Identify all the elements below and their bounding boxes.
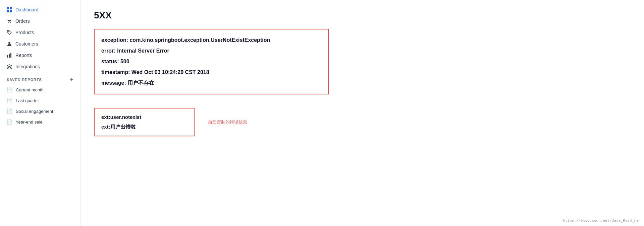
svg-rect-1	[10, 7, 12, 9]
error-line-error: error: Internal Server Error	[101, 46, 321, 56]
default-error-section: exception: com.kino.springboot.exception…	[94, 29, 631, 101]
tag-icon	[7, 30, 12, 35]
document-icon: 📄	[7, 119, 12, 125]
page-title: 5XX	[94, 10, 631, 21]
svg-point-6	[8, 31, 9, 32]
sidebar-item-products-label: Products	[15, 30, 34, 35]
sidebar-item-dashboard[interactable]: Dashboard	[0, 4, 80, 15]
sidebar-item-orders-label: Orders	[15, 18, 30, 24]
error-line-message: message: 用户不存在	[101, 78, 321, 88]
default-error-box: exception: com.kino.springboot.exception…	[94, 29, 329, 94]
svg-rect-2	[7, 10, 9, 12]
saved-report-last-quarter[interactable]: 📄 Last quarter	[0, 95, 80, 106]
sidebar-item-reports[interactable]: Reports	[0, 50, 80, 61]
document-icon: 📄	[7, 98, 12, 103]
saved-report-last-quarter-label: Last quarter	[16, 98, 39, 103]
custom-error-line-1: ext:user.notexist	[101, 112, 187, 122]
svg-rect-0	[7, 7, 9, 9]
layers-icon	[7, 64, 12, 69]
saved-report-current-month[interactable]: 📄 Current month	[0, 84, 80, 95]
error-line-timestamp: timestamp: Wed Oct 03 10:24:29 CST 2018	[101, 67, 321, 78]
svg-point-5	[10, 22, 11, 23]
main-content: 5XX exception: com.kino.springboot.excep…	[80, 0, 644, 226]
content-area: exception: com.kino.springboot.exception…	[94, 29, 631, 136]
document-icon: 📄	[7, 108, 12, 114]
sidebar-item-customers-label: Customers	[15, 41, 38, 47]
cart-icon	[7, 18, 12, 24]
svg-rect-10	[10, 53, 11, 58]
svg-point-4	[8, 22, 9, 23]
svg-point-7	[8, 42, 10, 44]
saved-report-current-month-label: Current month	[16, 87, 44, 92]
saved-report-social-engagement-label: Social engagement	[16, 109, 53, 114]
saved-report-year-end-sale-label: Year-end sale	[16, 120, 43, 125]
sidebar: Dashboard Orders Products Custom	[0, 0, 80, 226]
sidebar-item-dashboard-label: Dashboard	[15, 7, 39, 12]
person-icon	[7, 41, 12, 47]
add-saved-report-button[interactable]: +	[70, 77, 73, 82]
watermark: https://blog.csdn.net/Java_Road_Far	[563, 218, 641, 223]
document-icon: 📄	[7, 87, 12, 92]
saved-reports-header: SAVED REPORTS +	[0, 72, 80, 84]
custom-error-annotation: 自己定制的错误信息	[208, 119, 247, 125]
bar-chart-icon	[7, 53, 12, 58]
svg-rect-8	[7, 55, 8, 58]
sidebar-item-reports-label: Reports	[15, 53, 32, 58]
sidebar-item-orders[interactable]: Orders	[0, 15, 80, 27]
sidebar-item-integrations-label: Integrations	[15, 64, 40, 69]
custom-error-section: ext:user.notexist ext:用户出错啦 自己定制的错误信息	[94, 108, 631, 136]
sidebar-item-integrations[interactable]: Integrations	[0, 61, 80, 72]
saved-report-year-end-sale[interactable]: 📄 Year-end sale	[0, 117, 80, 127]
grid-icon	[7, 7, 12, 12]
saved-report-social-engagement[interactable]: 📄 Social engagement	[0, 106, 80, 117]
svg-rect-9	[9, 54, 10, 58]
custom-error-box: ext:user.notexist ext:用户出错啦	[94, 108, 195, 136]
error-line-status: status: 500	[101, 56, 321, 67]
sidebar-item-customers[interactable]: Customers	[0, 38, 80, 50]
custom-error-line-2: ext:用户出错啦	[101, 122, 187, 132]
sidebar-item-products[interactable]: Products	[0, 27, 80, 38]
svg-rect-3	[10, 10, 12, 12]
error-line-exception: exception: com.kino.springboot.exception…	[101, 35, 321, 46]
